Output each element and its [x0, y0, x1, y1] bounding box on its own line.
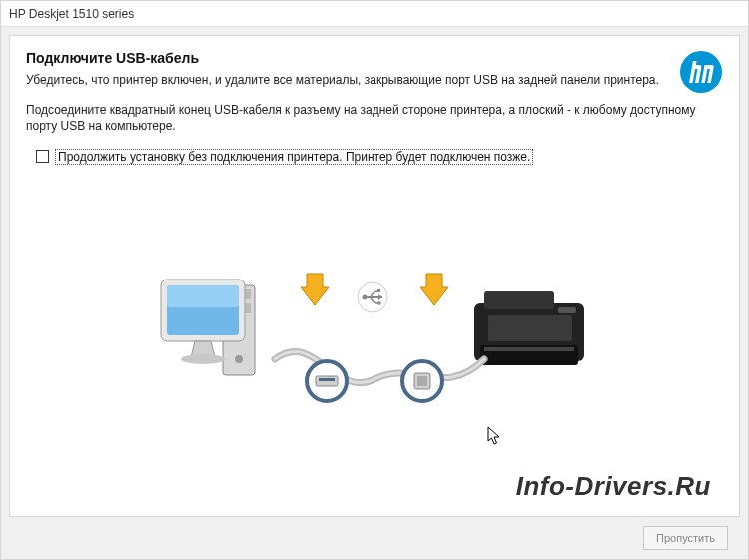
arrow-down-icon	[420, 274, 448, 305]
page-heading: Подключите USB-кабель	[26, 50, 669, 66]
header-text: Подключите USB-кабель Убедитесь, что при…	[26, 50, 679, 102]
instruction-text: Подсоедините квадратный конец USB-кабеля…	[26, 102, 723, 134]
skip-printer-checkbox-label: Продолжить установку без подключения при…	[55, 149, 533, 165]
svg-point-4	[235, 355, 243, 363]
hp-logo-icon	[679, 50, 723, 94]
titlebar: HP Deskjet 1510 series	[1, 1, 748, 27]
connection-illustration: Info-Drivers.Ru	[26, 181, 723, 508]
skip-button[interactable]: Пропустить	[643, 526, 728, 550]
svg-rect-12	[488, 315, 572, 341]
arrow-down-icon	[301, 274, 329, 305]
svg-rect-13	[558, 307, 576, 313]
svg-rect-10	[484, 291, 554, 309]
installer-window: HP Deskjet 1510 series Подключите USB-ка…	[0, 0, 749, 560]
watermark-text: Info-Drivers.Ru	[516, 471, 711, 502]
svg-rect-7	[167, 285, 239, 307]
content-outer: Подключите USB-кабель Убедитесь, что при…	[1, 27, 748, 559]
svg-point-18	[377, 301, 381, 305]
usb-plug-square-icon	[402, 361, 442, 401]
printer-icon	[474, 291, 584, 365]
page-subheading: Убедитесь, что принтер включен, и удалит…	[26, 72, 669, 88]
svg-rect-14	[484, 347, 574, 351]
skip-printer-checkbox[interactable]	[36, 150, 49, 163]
svg-rect-21	[319, 378, 335, 381]
usb-plug-flat-icon	[307, 361, 347, 401]
usb-connection-diagram-icon	[155, 260, 594, 429]
cursor-icon	[487, 426, 503, 450]
usb-icon	[358, 282, 387, 312]
window-title: HP Deskjet 1510 series	[9, 7, 134, 21]
svg-rect-24	[417, 376, 427, 386]
footer-bar: Пропустить	[9, 517, 740, 559]
svg-point-8	[181, 354, 225, 364]
svg-point-0	[680, 51, 722, 93]
content-panel: Подключите USB-кабель Убедитесь, что при…	[9, 35, 740, 517]
svg-rect-17	[377, 289, 380, 292]
header-row: Подключите USB-кабель Убедитесь, что при…	[26, 50, 723, 102]
skip-printer-checkbox-row[interactable]: Продолжить установку без подключения при…	[36, 149, 723, 165]
